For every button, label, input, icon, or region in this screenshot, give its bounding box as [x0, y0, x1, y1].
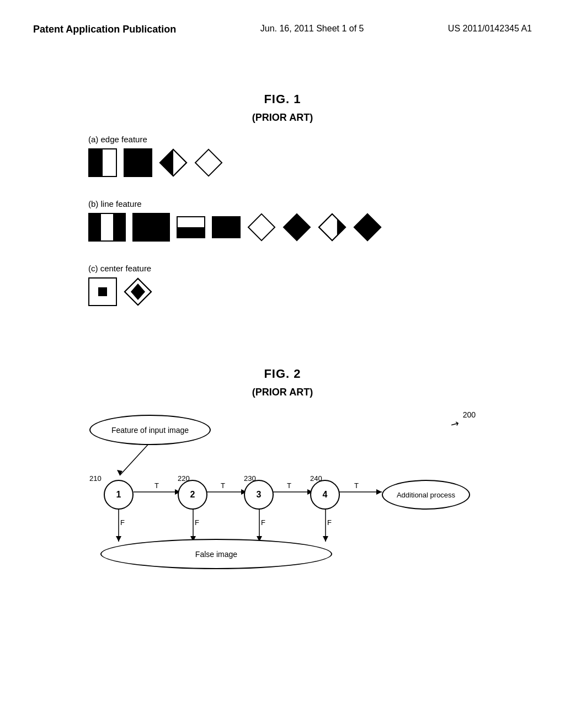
fig2-subtitle: (PRIOR ART)	[252, 387, 313, 398]
svg-text:T: T	[154, 481, 159, 490]
svg-text:T: T	[287, 481, 291, 490]
svg-text:T: T	[221, 481, 225, 490]
feature-input-ellipse: Feature of input image	[89, 415, 211, 445]
line-diamond-outline	[247, 213, 276, 242]
line-sq-thirds-1	[88, 213, 126, 242]
node-3-label: 3	[257, 490, 262, 500]
node-2-label: 2	[190, 490, 195, 500]
line-diamond-thirds-svg	[318, 212, 347, 242]
svg-text:F: F	[261, 518, 265, 527]
svg-text:F: F	[195, 518, 199, 527]
ref-230: 230	[244, 474, 256, 483]
node-4: 4	[310, 480, 340, 510]
svg-text:F: F	[327, 518, 332, 527]
feature-input-label: Feature of input image	[111, 426, 189, 435]
center-diamond-svg	[124, 277, 152, 307]
line-diamond-filled-2-svg	[353, 212, 382, 242]
line-diamond-outline-svg	[247, 212, 276, 242]
svg-marker-12	[354, 214, 381, 240]
node-1-label: 1	[116, 490, 121, 500]
cascade-diagram: T T T T F F F	[56, 409, 509, 575]
center-diamond-center	[124, 277, 152, 306]
header-patent-number: US 2011/0142345 A1	[448, 22, 532, 35]
node-4-label: 4	[323, 490, 328, 500]
svg-marker-29	[376, 489, 382, 495]
additional-process-label: Additional process	[397, 491, 455, 499]
svg-marker-41	[323, 536, 328, 542]
edge-features-row	[88, 148, 521, 177]
fig1-subtitle: (PRIOR ART)	[252, 112, 313, 124]
additional-process-ellipse: Additional process	[382, 480, 470, 510]
node-2: 2	[178, 480, 207, 510]
line-sq-horiz-2	[212, 216, 241, 238]
false-image-ellipse: False image	[100, 539, 332, 569]
fig1-title: FIG. 1	[264, 92, 301, 106]
node-1: 1	[104, 480, 134, 510]
edge-sq-half-dark-right	[124, 148, 152, 177]
svg-text:F: F	[120, 518, 125, 527]
false-image-label: False image	[195, 550, 237, 559]
line-diamond-filled-1	[282, 213, 311, 242]
line-sq-horiz-1	[177, 216, 205, 238]
center-features-row	[88, 277, 521, 306]
fig2-title: FIG. 2	[264, 367, 301, 381]
main-content: FIG. 1 (PRIOR ART) (a) edge feature	[0, 48, 565, 586]
edge-diamond-outline	[194, 148, 223, 177]
section-a-label: (a) edge feature	[88, 135, 521, 144]
header-date-sheet: Jun. 16, 2011 Sheet 1 of 5	[260, 22, 364, 35]
page-header: Patent Application Publication Jun. 16, …	[0, 0, 565, 48]
edge-diamond-outline-svg	[194, 148, 223, 178]
line-sq-thirds-2	[132, 213, 170, 242]
svg-marker-32	[116, 536, 121, 542]
line-diamond-filled-1-svg	[282, 212, 311, 242]
section-c-label: (c) center feature	[88, 264, 521, 273]
edge-diamond-half-svg	[159, 148, 188, 178]
svg-marker-6	[248, 214, 275, 240]
header-publication-type: Patent Application Publication	[33, 22, 176, 37]
svg-marker-2	[160, 149, 186, 176]
svg-marker-7	[284, 214, 310, 240]
svg-text:T: T	[354, 481, 359, 490]
svg-marker-18	[117, 470, 122, 475]
ref-220: 220	[178, 474, 190, 483]
center-sq-grid	[88, 277, 117, 306]
line-features-row	[88, 213, 521, 242]
edge-diamond-half	[159, 148, 188, 177]
svg-line-17	[120, 442, 150, 475]
node-3: 3	[244, 480, 274, 510]
ref-240: 240	[310, 474, 322, 483]
ref-200: 200	[463, 410, 476, 419]
svg-rect-1	[173, 148, 188, 177]
ref-210: 210	[89, 474, 102, 483]
svg-marker-5	[195, 149, 222, 176]
section-b-label: (b) line feature	[88, 199, 521, 208]
line-diamond-thirds	[318, 213, 347, 242]
line-diamond-filled-2	[353, 213, 382, 242]
edge-sq-half-dark-left	[88, 148, 117, 177]
